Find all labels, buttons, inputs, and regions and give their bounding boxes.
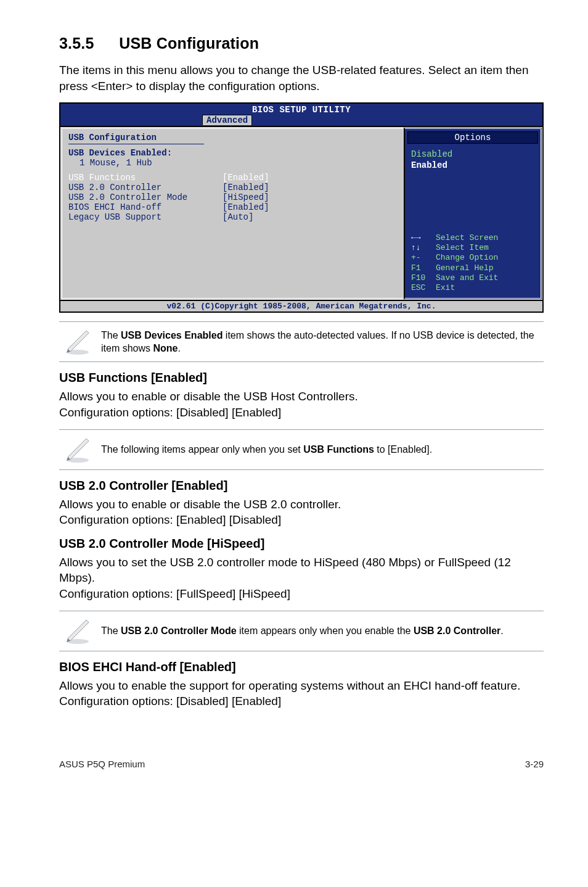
section-intro: The items in this menu allows you to cha… xyxy=(59,62,544,94)
bios-row-value: [Enabled] xyxy=(223,202,269,212)
svg-marker-4 xyxy=(68,439,89,460)
legend-row: ESC Exit xyxy=(411,283,536,293)
p: Allows you to enable the support for ope… xyxy=(59,678,544,694)
pencil-icon xyxy=(63,616,92,646)
t: USB Devices Enabled xyxy=(121,330,223,340)
note-2: The following items appear only when you… xyxy=(59,429,544,470)
t: The following items appear only when you… xyxy=(101,444,303,455)
p: Configuration options: [Disabled] [Enabl… xyxy=(59,405,544,421)
t: USB Functions xyxy=(303,444,374,455)
bios-divider xyxy=(68,144,204,144)
p: Configuration options: [Enabled] [Disabl… xyxy=(59,512,544,528)
section-number: 3.5.5 xyxy=(59,35,115,52)
bios-row-value: [Auto] xyxy=(223,212,253,222)
subhead-bios-ehci-handoff: BIOS EHCI Hand-off [Enabled] xyxy=(59,660,544,674)
bios-right-pane: Options Disabled Enabled ←→ Select Scree… xyxy=(404,127,542,300)
bios-row-key: USB 2.0 Controller xyxy=(68,183,223,192)
t: The xyxy=(101,625,121,636)
note-1: The USB Devices Enabled item shows the a… xyxy=(59,321,544,362)
t: . xyxy=(178,343,180,353)
legend-row: F10 Save and Exit xyxy=(411,273,536,283)
bios-row-key: BIOS EHCI Hand-off xyxy=(68,202,223,212)
bios-row-value: [Enabled] xyxy=(223,173,269,183)
bios-option-disabled[interactable]: Disabled xyxy=(411,149,536,160)
bios-title: BIOS SETUP UTILITY xyxy=(60,104,542,115)
t: to [Enabled]. xyxy=(374,444,432,455)
spacer xyxy=(68,168,398,173)
bios-panel: BIOS SETUP UTILITY Advanced USB Configur… xyxy=(59,102,544,313)
bios-tabbar: Advanced xyxy=(60,115,542,126)
note-1-text: The USB Devices Enabled item shows the a… xyxy=(101,329,540,355)
legend-key: +- xyxy=(411,253,436,263)
bios-tab-advanced[interactable]: Advanced xyxy=(202,115,252,125)
legend-row: ↑↓ Select Item xyxy=(411,243,536,253)
bios-panel-heading: USB Configuration xyxy=(68,133,398,142)
subhead-usb20-controller-mode: USB 2.0 Controller Mode [HiSpeed] xyxy=(59,537,544,551)
bios-options-list: Disabled Enabled xyxy=(411,149,536,171)
legend-row: +- Change Option xyxy=(411,253,536,263)
section-heading: 3.5.5 USB Configuration xyxy=(59,35,544,52)
bios-footer: v02.61 (C)Copyright 1985-2008, American … xyxy=(60,300,542,311)
p: Allows you to enable or disable the USB … xyxy=(59,497,544,513)
legend-key: F1 xyxy=(411,263,436,273)
bios-row-bios-ehci-handoff[interactable]: BIOS EHCI Hand-off [Enabled] xyxy=(68,202,398,212)
bios-devices-label: USB Devices Enabled: xyxy=(68,148,398,158)
bios-legend: ←→ Select Screen ↑↓ Select Item +- Chang… xyxy=(411,233,536,294)
t: item appears only when you enable the xyxy=(237,625,414,636)
section-title-text: USB Configuration xyxy=(119,35,259,52)
arrows-up-down-icon: ↑↓ xyxy=(411,243,436,253)
svg-marker-7 xyxy=(68,620,89,641)
bios-row-key: Legacy USB Support xyxy=(68,212,223,222)
bios-body: USB Configuration USB Devices Enabled: 1… xyxy=(60,126,542,300)
legend-row: ←→ Select Screen xyxy=(411,233,536,243)
t: None xyxy=(153,343,178,353)
legend-text: Select Item xyxy=(436,243,489,253)
subhead-usb20-controller: USB 2.0 Controller [Enabled] xyxy=(59,479,544,493)
legend-key: ESC xyxy=(411,283,436,293)
note-3: The USB 2.0 Controller Mode item appears… xyxy=(59,611,544,651)
legend-row: F1 General Help xyxy=(411,263,536,273)
bios-option-enabled[interactable]: Enabled xyxy=(411,160,536,171)
t: USB 2.0 Controller xyxy=(414,625,500,636)
t: USB 2.0 Controller Mode xyxy=(121,625,237,636)
bios-row-legacy-usb-support[interactable]: Legacy USB Support [Auto] xyxy=(68,212,398,222)
svg-marker-1 xyxy=(68,331,89,352)
bios-options-header: Options xyxy=(407,131,538,144)
pencil-icon xyxy=(63,327,92,357)
bios-row-key: USB Functions xyxy=(68,173,223,183)
page-footer: ASUS P5Q Premium 3-29 xyxy=(59,759,544,769)
t: The xyxy=(101,330,121,340)
note-2-text: The following items appear only when you… xyxy=(101,443,432,456)
pencil-icon xyxy=(63,435,92,464)
bios-row-value: [HiSpeed] xyxy=(223,192,269,202)
legend-text: Select Screen xyxy=(436,233,498,243)
footer-right: 3-29 xyxy=(525,759,544,769)
p: Allows you to set the USB 2.0 controller… xyxy=(59,555,544,586)
legend-text: Save and Exit xyxy=(436,273,498,283)
bios-row-usb20-controller[interactable]: USB 2.0 Controller [Enabled] xyxy=(68,183,398,192)
bios-row-usb20-controller-mode[interactable]: USB 2.0 Controller Mode [HiSpeed] xyxy=(68,192,398,202)
footer-left: ASUS P5Q Premium xyxy=(59,759,145,769)
legend-text: Change Option xyxy=(436,253,498,263)
bios-row-key: USB 2.0 Controller Mode xyxy=(68,192,223,202)
p: Configuration options: [FullSpeed] [HiSp… xyxy=(59,586,544,602)
p: Configuration options: [Disabled] [Enabl… xyxy=(59,693,544,709)
bios-devices-value: 1 Mouse, 1 Hub xyxy=(68,158,398,168)
note-3-text: The USB 2.0 Controller Mode item appears… xyxy=(101,624,504,638)
p: Allows you to enable or disable the USB … xyxy=(59,389,544,405)
legend-text: Exit xyxy=(436,283,455,293)
subhead-usb-functions: USB Functions [Enabled] xyxy=(59,371,544,385)
t: . xyxy=(500,625,503,636)
bios-row-usb-functions[interactable]: USB Functions [Enabled] xyxy=(68,173,398,183)
bios-left-pane: USB Configuration USB Devices Enabled: 1… xyxy=(60,127,404,300)
bios-row-value: [Enabled] xyxy=(223,183,269,192)
legend-text: General Help xyxy=(436,263,494,273)
page: 3.5.5 USB Configuration The items in thi… xyxy=(0,0,588,794)
legend-key: F10 xyxy=(411,273,436,283)
arrows-left-right-icon: ←→ xyxy=(411,233,436,243)
